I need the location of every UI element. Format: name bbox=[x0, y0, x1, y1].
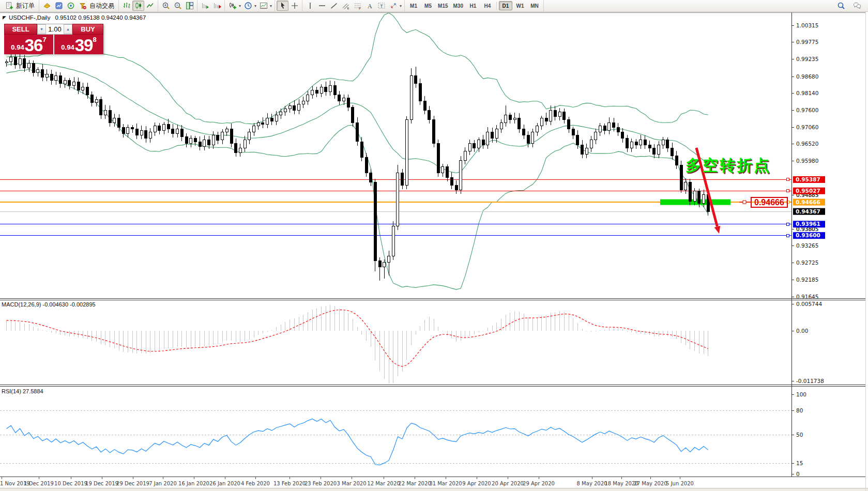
timeframe-w1-button[interactable]: W1 bbox=[513, 1, 527, 10]
toolbar-separator bbox=[496, 2, 497, 10]
toolbar-group bbox=[275, 0, 302, 12]
fibonacci-button[interactable]: F bbox=[352, 1, 363, 11]
horizontal-line-objects bbox=[0, 178, 791, 237]
price-line-label: 0.94666 bbox=[796, 199, 820, 205]
chart-style-button[interactable] bbox=[41, 1, 53, 11]
signals-button[interactable] bbox=[65, 1, 77, 11]
zoom-in-button[interactable] bbox=[160, 1, 172, 11]
date-tick-label: 23 Feb 2020 bbox=[304, 481, 337, 486]
trendline-button[interactable] bbox=[328, 1, 340, 11]
market-watch-icon bbox=[55, 2, 63, 10]
timeframe-h4-button[interactable]: H4 bbox=[481, 1, 494, 10]
volume-increase-button[interactable]: ▲ bbox=[64, 24, 72, 34]
fibonacci-icon: F bbox=[354, 2, 362, 10]
svg-text:E: E bbox=[347, 7, 349, 10]
tile-windows-button[interactable] bbox=[184, 1, 195, 11]
search-button[interactable] bbox=[835, 1, 847, 11]
tile-windows-icon bbox=[186, 2, 194, 10]
new-order-label[interactable]: 新订单 bbox=[16, 2, 35, 10]
arrow-objects-dropdown-arrow-icon[interactable]: ▾ bbox=[400, 4, 402, 8]
market-watch-button[interactable] bbox=[53, 1, 65, 11]
price-tick-label: 0.98140 bbox=[796, 90, 818, 96]
auto-trading-label[interactable]: 自动交易 bbox=[89, 2, 114, 10]
auto-scroll-button[interactable] bbox=[199, 1, 211, 11]
date-tick-label: 27 May 2020 bbox=[633, 481, 667, 486]
price-line-label: 0.93961 bbox=[796, 221, 820, 227]
text-icon: A bbox=[366, 2, 374, 10]
price-callout-box[interactable]: 0.94666 bbox=[751, 197, 788, 208]
timeframe-m15-button[interactable]: M15 bbox=[436, 1, 450, 10]
indicator-axes: 0.0057440.00-0.0117381008050150 bbox=[791, 301, 824, 477]
templates-dropdown-arrow-icon[interactable]: ▾ bbox=[270, 4, 272, 8]
sell-button[interactable]: SELL bbox=[4, 24, 37, 35]
zoom-out-button[interactable] bbox=[172, 1, 184, 11]
ohlc-values: 0.95102 0.95138 0.94240 0.94367 bbox=[55, 14, 146, 21]
chat-button[interactable] bbox=[851, 1, 863, 11]
style-book-icon bbox=[43, 2, 51, 10]
periods-dropdown-arrow-icon[interactable]: ▾ bbox=[254, 4, 256, 8]
macd-histogram bbox=[7, 305, 708, 383]
cursor-icon bbox=[279, 2, 287, 10]
hline-handle[interactable] bbox=[786, 190, 789, 192]
chart-canvas[interactable]: 1.003150.997750.992350.986800.981400.976… bbox=[0, 0, 868, 491]
price-tick-label: 0.96520 bbox=[796, 141, 818, 147]
timeframe-group: M1M5M15M30H1H4D1W1MN bbox=[405, 0, 544, 12]
symbol-period-label: USDCHF-,Daily bbox=[9, 14, 51, 21]
mt4-window: 1.003150.997750.992350.986800.981400.976… bbox=[0, 0, 868, 491]
line-chart-mode-button[interactable] bbox=[144, 1, 156, 11]
timeframe-d1-button[interactable]: D1 bbox=[499, 1, 512, 10]
new-chart-button[interactable] bbox=[226, 1, 238, 11]
signals-icon bbox=[67, 2, 75, 10]
trendline-icon bbox=[330, 2, 338, 10]
cursor-button[interactable] bbox=[277, 1, 288, 11]
volume-decrease-button[interactable]: ▼ bbox=[37, 24, 46, 34]
timeframe-mn-button[interactable]: MN bbox=[528, 1, 541, 10]
vertical-line-button[interactable] bbox=[304, 1, 316, 11]
price-axis[interactable]: 1.003150.997750.992350.986800.981400.976… bbox=[791, 22, 825, 300]
bar-chart-mode-button[interactable] bbox=[120, 1, 132, 11]
svg-text:A: A bbox=[368, 3, 372, 10]
toolbar-group bbox=[119, 0, 158, 12]
chart-shift-button[interactable] bbox=[211, 1, 223, 11]
timeframe-m5-button[interactable]: M5 bbox=[421, 1, 435, 10]
timeframe-m30-button[interactable]: M30 bbox=[451, 1, 465, 10]
new-chart-dropdown-arrow-icon[interactable]: ▾ bbox=[239, 4, 241, 8]
date-tick-label: 7 Jan 2020 bbox=[149, 481, 177, 486]
arrow-objects-button[interactable] bbox=[387, 1, 399, 11]
candlestick-mode-button[interactable] bbox=[132, 1, 144, 11]
buy-button[interactable]: BUY bbox=[72, 24, 103, 35]
price-tick-label: 0.99235 bbox=[796, 56, 818, 62]
hline-handle[interactable] bbox=[786, 223, 789, 225]
templates-button[interactable] bbox=[257, 1, 269, 11]
toolbar-group bbox=[158, 0, 197, 12]
text-button[interactable]: A bbox=[363, 1, 375, 11]
new-order-button[interactable] bbox=[3, 1, 15, 11]
toolbar-group bbox=[197, 0, 225, 12]
hline-handle[interactable] bbox=[786, 178, 789, 181]
date-tick-label: 29 Apr 2020 bbox=[523, 481, 555, 486]
periods-button[interactable] bbox=[242, 1, 254, 11]
equidistant-channel-button[interactable]: E bbox=[340, 1, 352, 11]
date-tick-label: 1 Dec 2019 bbox=[24, 481, 54, 486]
buy-price[interactable]: 0.94398 bbox=[54, 35, 103, 54]
crosshair-button[interactable] bbox=[288, 1, 300, 11]
new-chart-icon bbox=[229, 2, 237, 10]
date-tick-label: 20 Apr 2020 bbox=[492, 481, 524, 486]
hline-handle[interactable] bbox=[786, 234, 789, 237]
sell-price-sup: 7 bbox=[42, 36, 46, 43]
text-label-button[interactable]: T bbox=[375, 1, 387, 11]
volume-stepper[interactable]: ▼ 1.00 ▲ bbox=[37, 24, 72, 35]
candlestick-icon bbox=[134, 2, 143, 10]
rsi-axis-label: 100 bbox=[796, 391, 806, 397]
macd-indicator-label: MACD(12,26,9) -0.004630 -0.002895 bbox=[2, 301, 96, 308]
sell-price-base: 0.94 bbox=[11, 43, 24, 51]
timeframe-h1-button[interactable]: H1 bbox=[466, 1, 480, 10]
bar-chart-icon bbox=[123, 2, 131, 10]
date-axis[interactable]: 1 Nov 20191 Dec 201910 Dec 201919 Dec 20… bbox=[0, 477, 694, 486]
volume-value[interactable]: 1.00 bbox=[46, 24, 64, 34]
turning-point-annotation[interactable]: 多空转折点 bbox=[686, 155, 771, 176]
timeframe-m1-button[interactable]: M1 bbox=[407, 1, 420, 10]
horizontal-line-button[interactable] bbox=[316, 1, 328, 11]
sell-price[interactable]: 0.94367 bbox=[4, 35, 53, 54]
auto-trading-button[interactable] bbox=[77, 1, 88, 11]
